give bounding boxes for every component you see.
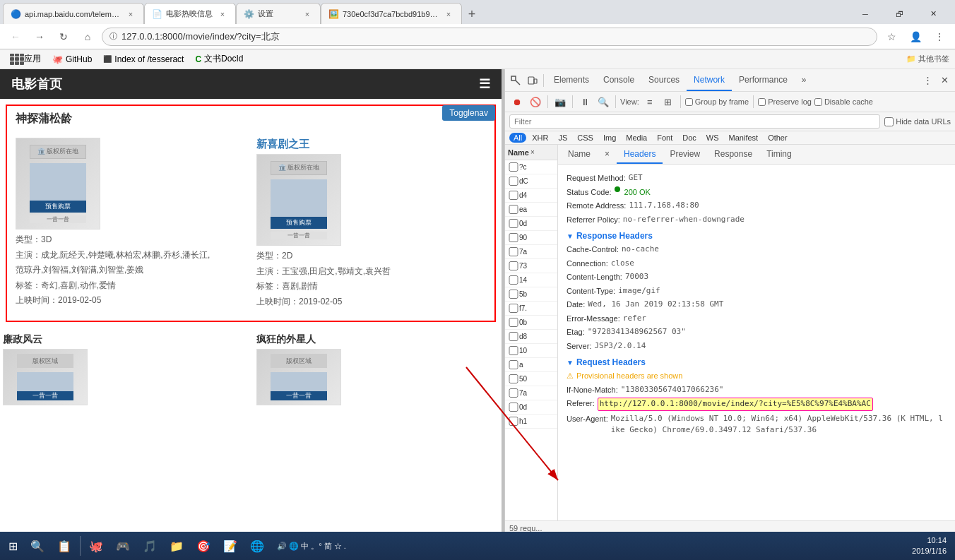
restore-button[interactable]: 🗗: [883, 4, 915, 24]
minimize-button[interactable]: ─: [849, 4, 882, 24]
network-item-15[interactable]: 50: [505, 372, 557, 386]
devtools-device-icon[interactable]: [525, 73, 540, 88]
reload-button[interactable]: ↻: [54, 27, 73, 47]
detail-tab-name[interactable]: Name: [561, 145, 598, 164]
network-item-checkbox-1[interactable]: [508, 177, 519, 186]
disable-cache-checkbox[interactable]: [814, 98, 822, 106]
hamburger-icon[interactable]: ☰: [479, 76, 490, 92]
taskbar-icon-2[interactable]: 🎮: [110, 533, 136, 559]
network-item-checkbox-7[interactable]: [508, 261, 519, 270]
detail-tab-headers[interactable]: Headers: [617, 145, 663, 164]
clear-button[interactable]: 🚫: [528, 94, 543, 109]
network-item-16[interactable]: 7a: [505, 386, 557, 400]
devtools-close-icon[interactable]: ✕: [937, 73, 952, 88]
tab-movie[interactable]: 📄 电影热映信息 ×: [144, 3, 236, 24]
network-item-10[interactable]: f7.: [505, 302, 557, 316]
task-view-button[interactable]: 📋: [52, 533, 77, 559]
devtools-tab-network[interactable]: Network: [687, 69, 732, 91]
view-waterfall-button[interactable]: ≡: [642, 94, 658, 109]
network-item-checkbox-12[interactable]: [508, 332, 519, 341]
network-item-17[interactable]: 0d: [505, 400, 557, 415]
forward-button[interactable]: →: [30, 27, 49, 47]
start-button[interactable]: ⊞: [3, 533, 23, 559]
menu-button[interactable]: ⋮: [930, 27, 949, 47]
taskbar-icon-6[interactable]: 📝: [218, 533, 243, 559]
network-item-checkbox-5[interactable]: [508, 233, 519, 242]
bookmark-star[interactable]: ☆: [882, 27, 901, 47]
network-item-9[interactable]: 5b: [505, 287, 557, 302]
camera-button[interactable]: 📷: [552, 94, 568, 109]
type-filter-xhr[interactable]: XHR: [528, 133, 552, 143]
bookmark-docid[interactable]: C 文书DocId: [191, 52, 247, 66]
tab-image[interactable]: 🖼️ 730e0cf3d7ca7bcbd91b90dab... ×: [321, 3, 462, 24]
network-item-11[interactable]: 0b: [505, 316, 557, 330]
network-item-4[interactable]: 0d: [505, 217, 557, 231]
network-item-checkbox-10[interactable]: [508, 304, 519, 313]
network-item-1[interactable]: dC: [505, 174, 557, 189]
tab-close-api[interactable]: ×: [125, 8, 136, 20]
network-item-checkbox-15[interactable]: [508, 374, 519, 383]
network-item-checkbox-8[interactable]: [508, 275, 519, 285]
network-item-checkbox-16[interactable]: [508, 388, 519, 398]
tab-close-image[interactable]: ×: [443, 8, 454, 20]
preserve-log-label[interactable]: Preserve log: [758, 97, 812, 106]
network-item-checkbox-3[interactable]: [508, 205, 519, 214]
tab-close-settings[interactable]: ×: [302, 8, 313, 20]
taskbar-icon-4[interactable]: 📁: [164, 533, 189, 559]
taskbar-icon-5[interactable]: 🎯: [191, 533, 216, 559]
taskbar-icon-1[interactable]: 🐙: [83, 533, 109, 559]
network-item-3[interactable]: ea: [505, 203, 557, 217]
group-by-frame-label[interactable]: Group by frame: [685, 97, 749, 106]
disable-cache-label[interactable]: Disable cache: [814, 97, 873, 106]
tab-settings[interactable]: ⚙️ 设置 ×: [236, 3, 321, 24]
group-by-frame-checkbox[interactable]: [685, 98, 693, 106]
filter-input[interactable]: [509, 114, 880, 129]
movie-title-link-2[interactable]: 新喜剧之王: [256, 138, 309, 150]
type-filter-all[interactable]: All: [509, 133, 526, 143]
type-filter-manifest[interactable]: Manifest: [725, 133, 763, 143]
detail-tab-response[interactable]: Response: [707, 145, 759, 164]
search-button[interactable]: 🔍: [595, 94, 611, 109]
network-item-checkbox-18[interactable]: [508, 417, 519, 426]
type-filter-doc[interactable]: Doc: [678, 133, 701, 143]
record-button[interactable]: ⏺: [509, 94, 525, 109]
type-filter-js[interactable]: JS: [554, 133, 571, 143]
devtools-tab-more[interactable]: »: [795, 69, 814, 91]
tab-api[interactable]: 🔵 api.map.baidu.com/telematic... ×: [3, 3, 144, 24]
network-item-13[interactable]: 10: [505, 344, 557, 358]
type-filter-other[interactable]: Other: [764, 133, 792, 143]
view-group-button[interactable]: ⊞: [660, 94, 676, 109]
bookmark-apps[interactable]: 应用: [6, 52, 45, 66]
preserve-log-checkbox[interactable]: [758, 98, 766, 106]
back-button[interactable]: ←: [6, 27, 25, 47]
bookmark-tesseract[interactable]: ⬛ Index of /tesseract: [99, 53, 188, 66]
other-bookmarks[interactable]: 📁 其他书签: [906, 54, 949, 64]
detail-tab-timing[interactable]: Timing: [759, 145, 799, 164]
bookmark-github[interactable]: 🐙 GitHub: [48, 53, 96, 66]
network-item-2[interactable]: d4: [505, 189, 557, 203]
settings-icon[interactable]: 👤: [906, 27, 925, 47]
network-item-checkbox-11[interactable]: [508, 318, 519, 327]
type-filter-ws[interactable]: WS: [702, 133, 723, 143]
network-item-checkbox-9[interactable]: [508, 290, 519, 299]
network-item-checkbox-17[interactable]: [508, 403, 519, 412]
type-filter-font[interactable]: Font: [653, 133, 677, 143]
network-item-7[interactable]: 73: [505, 259, 557, 273]
type-filter-media[interactable]: Media: [622, 133, 651, 143]
hide-data-urls-label[interactable]: Hide data URLs: [884, 117, 951, 126]
taskbar-icon-3[interactable]: 🎵: [137, 533, 162, 559]
type-filter-css[interactable]: CSS: [573, 133, 598, 143]
close-button[interactable]: ✕: [917, 4, 949, 24]
network-item-0[interactable]: ?c: [505, 160, 557, 174]
network-item-14[interactable]: a: [505, 358, 557, 372]
network-item-checkbox-2[interactable]: [508, 191, 519, 200]
search-taskbar-button[interactable]: 🔍: [25, 533, 50, 559]
tab-close-movie[interactable]: ×: [217, 8, 228, 20]
new-tab-button[interactable]: +: [462, 4, 482, 24]
hide-data-urls-checkbox[interactable]: [884, 117, 894, 126]
close-name-col[interactable]: ×: [530, 148, 535, 156]
network-item-checkbox-0[interactable]: [508, 162, 519, 172]
network-item-checkbox-4[interactable]: [508, 219, 519, 228]
taskbar-icon-7[interactable]: 🌐: [244, 533, 270, 559]
network-item-5[interactable]: 90: [505, 231, 557, 245]
